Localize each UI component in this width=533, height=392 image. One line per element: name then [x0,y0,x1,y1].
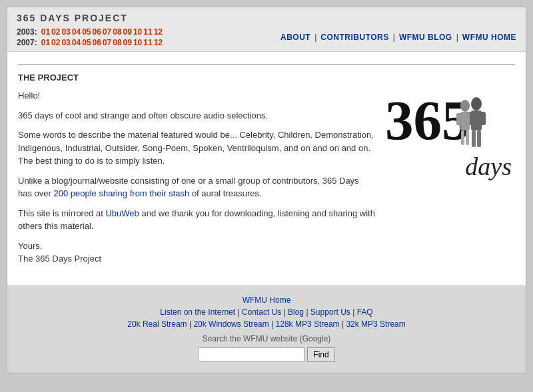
svg-point-0 [471,97,482,110]
link-2003-08[interactable]: 08 [113,27,121,37]
footer-128k-mp3-link[interactable]: 128k MP3 Stream [276,319,340,329]
nav-wfmu-home[interactable]: WFMU HOME [462,33,516,42]
footer-20k-windows-link[interactable]: 20k Windows Stream [193,319,268,329]
svg-rect-10 [461,130,464,145]
footer-wfmu-home-row: WFMU Home [14,295,519,305]
footer-support-link[interactable]: Support Us [310,307,350,317]
svg-point-6 [460,100,470,112]
para-4-link[interactable]: UbuWeb [105,208,139,218]
footer-search-label: Search the WFMU website (Google) [14,334,519,343]
site-title: 365 DAYS PROJECT [17,13,516,23]
footer-20k-real-link[interactable]: 20k Real Stream [127,319,187,329]
para-3: Unlike a blog/journal/website consisting… [18,174,375,200]
footer-contact-link[interactable]: Contact Us [242,307,281,317]
para-1: 365 days of cool and strange and often o… [18,109,375,122]
footer-faq-link[interactable]: FAQ [357,307,373,317]
content-body: Hello! 365 days of cool and strange and … [18,89,515,272]
nav-row: 2003: 01 02 03 04 05 06 07 08 09 10 11 1… [17,27,516,47]
link-2003-09[interactable]: 09 [123,27,132,37]
para-hello: Hello! [18,89,375,102]
link-2003-04[interactable]: 04 [72,27,81,37]
footer-search-input[interactable] [198,347,304,362]
footer: WFMU Home Listen on the Internet | Conta… [7,286,526,373]
nav-contributors[interactable]: CONTRIBUTORS [320,33,388,42]
main-content: THE PROJECT Hello! 365 days of cool and … [7,52,526,286]
footer-32k-mp3-link[interactable]: 32k MP3 Stream [346,319,405,329]
link-2007-07[interactable]: 07 [103,38,111,47]
svg-rect-3 [479,112,486,125]
logo-section: 365 [382,89,515,272]
svg-rect-9 [464,113,470,125]
svg-rect-8 [456,113,462,125]
link-2003-12[interactable]: 12 [154,27,163,37]
link-2007-03[interactable]: 03 [61,38,70,47]
para-2: Some words to describe the material feat… [18,128,375,168]
section-title: THE PROJECT [18,73,515,83]
svg-rect-4 [472,130,476,147]
link-2007-10[interactable]: 10 [133,38,142,47]
nav-wfmu-blog[interactable]: WFMU BLOG [399,33,452,42]
link-2003-02[interactable]: 02 [51,27,60,37]
year-2003-label: 2003: [17,27,37,37]
year-2007-line: 2007: 01 02 03 04 05 06 07 08 09 10 11 1… [17,38,163,47]
year-links-container: 2003: 01 02 03 04 05 06 07 08 09 10 11 1… [17,27,163,47]
year-2003-line: 2003: 01 02 03 04 05 06 07 08 09 10 11 1… [17,27,163,37]
footer-find-button[interactable]: Find [307,347,334,362]
link-2003-07[interactable]: 07 [103,27,111,37]
footer-search-row: Find [14,347,519,362]
svg-rect-5 [477,130,481,147]
year-2007-label: 2007: [17,38,37,47]
link-2007-12[interactable]: 12 [154,38,163,47]
link-2007-11[interactable]: 11 [143,38,152,47]
svg-rect-11 [466,130,469,145]
logo-container: 365 [385,93,512,179]
link-2007-02[interactable]: 02 [51,38,60,47]
nav-about[interactable]: ABOUT [280,33,310,42]
logo-days: days [465,154,512,179]
para-3-suffix: of aural treasures. [189,188,261,198]
link-2007-09[interactable]: 09 [123,38,132,47]
main-wrapper: 365 DAYS PROJECT 2003: 01 02 03 04 05 06… [7,7,526,373]
link-2007-01[interactable]: 01 [41,38,50,47]
para-4-prefix: This site is mirrored at [18,208,105,218]
divider [18,64,515,65]
link-2007-08[interactable]: 08 [113,38,121,47]
text-section: Hello! 365 days of cool and strange and … [18,89,375,272]
header: 365 DAYS PROJECT 2003: 01 02 03 04 05 06… [7,7,526,52]
link-2007-06[interactable]: 06 [93,38,101,47]
link-2003-01[interactable]: 01 [41,27,50,37]
para-3-link[interactable]: 200 people sharing from their stash [53,188,189,198]
link-2007-04[interactable]: 04 [72,38,81,47]
footer-blog-link[interactable]: Blog [288,307,304,317]
footer-links-row: Listen on the Internet | Contact Us | Bl… [14,307,519,317]
link-2003-10[interactable]: 10 [133,27,142,37]
footer-wfmu-home-link[interactable]: WFMU Home [243,295,291,305]
link-2003-03[interactable]: 03 [61,27,70,37]
footer-listen-link[interactable]: Listen on the Internet [160,307,235,317]
para-4: This site is mirrored at UbuWeb and we t… [18,207,375,233]
link-2003-06[interactable]: 06 [93,27,101,37]
link-2007-05[interactable]: 05 [82,38,91,47]
para-5: Yours, The 365 Days Project [18,240,375,266]
link-2003-11[interactable]: 11 [143,27,152,37]
link-2003-05[interactable]: 05 [82,27,91,37]
top-nav: ABOUT | CONTRIBUTORS | WFMU BLOG | WFMU … [280,33,516,42]
footer-streams-row: 20k Real Stream | 20k Windows Stream | 1… [14,319,519,329]
